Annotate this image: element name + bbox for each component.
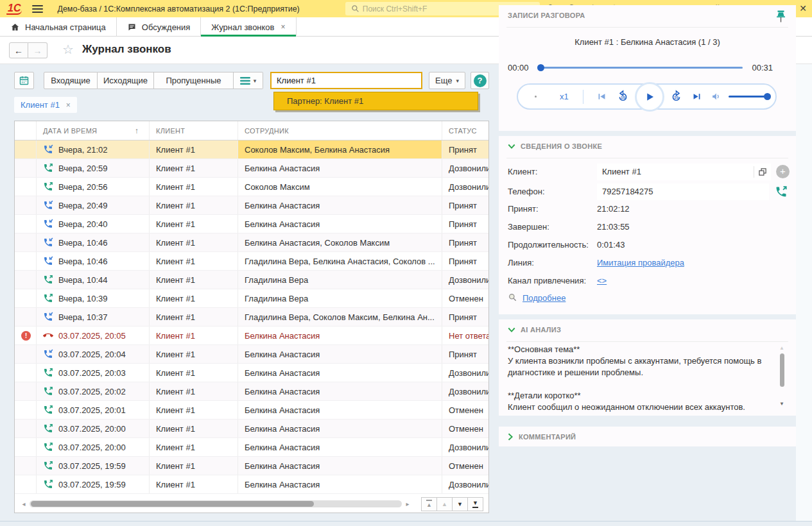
table-row[interactable]: ! 03.07.2025, 20:05 Клиент #1 Белкина Ан… xyxy=(15,327,488,345)
scroll-up-icon[interactable]: ▲ xyxy=(779,345,784,351)
outgoing-call-icon xyxy=(43,405,53,415)
channel-link[interactable]: <> xyxy=(597,276,607,285)
tab-discussions[interactable]: Обсуждения xyxy=(117,17,202,37)
incoming-call-icon xyxy=(43,144,53,155)
search-suggestion-item[interactable]: Партнер: Клиент #1 xyxy=(273,92,478,110)
call-client: Клиент #1 xyxy=(149,196,238,214)
call-status: Принят xyxy=(442,233,488,251)
column-header-client[interactable]: КЛИЕНТ xyxy=(149,121,238,140)
add-client-button[interactable]: + xyxy=(776,165,790,178)
table-row[interactable]: ! Вчера, 10:46 Клиент #1 Белкина Анастас… xyxy=(15,233,488,252)
call-status: Дозвонились xyxy=(442,178,488,196)
active-filter-chip[interactable]: Клиент #1 × xyxy=(14,97,77,113)
comment-section[interactable]: КОММЕНТАРИЙ xyxy=(499,427,796,446)
row-up-button[interactable]: ▲ xyxy=(436,497,453,511)
table-row[interactable]: ! Вчера, 10:39 Клиент #1 Гладилина Вера … xyxy=(15,289,488,308)
go-to-top-button[interactable]: ▲ xyxy=(421,497,437,511)
table-row[interactable]: ! Вчера, 20:40 Клиент #1 Белкина Анастас… xyxy=(15,215,488,233)
call-status: Отменен xyxy=(442,401,488,419)
table-row[interactable]: ! Вчера, 21:02 Клиент #1 Соколов Максим,… xyxy=(15,140,488,159)
column-header-employee[interactable]: СОТРУДНИК xyxy=(238,121,442,140)
progress-thumb[interactable] xyxy=(537,64,544,71)
tab-call-journal[interactable]: Журнал звонков × xyxy=(201,17,296,37)
skip-to-end-icon[interactable] xyxy=(691,91,702,102)
column-header-datetime[interactable]: ДАТА И ВРЕМЯ ↑ xyxy=(36,121,149,140)
ai-text-scrollbar[interactable]: ▲ ▼ xyxy=(778,345,786,407)
pin-icon[interactable] xyxy=(776,10,786,24)
filter-missed-button[interactable]: Пропущенные xyxy=(154,72,234,89)
scroll-right-icon[interactable]: ▸ xyxy=(404,500,411,507)
tab-close-icon[interactable]: × xyxy=(281,22,286,31)
table-row[interactable]: ! 03.07.2025, 19:59 Клиент #1 Белкина Ан… xyxy=(15,475,488,494)
tab-home[interactable]: Начальная страница xyxy=(0,17,117,37)
field-label-channel: Канал привлечения: xyxy=(508,276,597,285)
player-controls: x1 10 10 xyxy=(517,83,777,110)
ai-scrollbar-thumb[interactable] xyxy=(780,353,784,387)
phone-field[interactable]: 79257184275 xyxy=(597,183,769,200)
help-icon: ? xyxy=(474,74,487,87)
call-employee: Гладилина Вера xyxy=(238,271,442,289)
search-input[interactable] xyxy=(275,75,417,86)
call-employee: Белкина Анастасия xyxy=(238,382,442,400)
scroll-left-icon[interactable]: ◂ xyxy=(20,500,28,507)
go-to-bottom-button[interactable]: ▼ xyxy=(467,497,483,511)
ai-analysis-text[interactable]: **Основная тема** У клиента возникли про… xyxy=(508,344,768,413)
table-row[interactable]: ! Вчера, 20:56 Клиент #1 Соколов Максим … xyxy=(15,178,488,196)
help-button[interactable]: ? xyxy=(471,72,489,89)
volume-icon[interactable] xyxy=(711,91,722,102)
field-value-accepted: 21:02:12 xyxy=(597,204,630,214)
scrollbar-thumb[interactable] xyxy=(31,501,314,507)
row-down-button[interactable]: ▼ xyxy=(452,497,468,511)
skip-to-start-icon[interactable] xyxy=(596,91,607,102)
column-header-status[interactable]: СТАТУС xyxy=(442,121,488,140)
more-button[interactable]: Еще ▾ xyxy=(429,72,465,89)
rewind-10-icon[interactable]: 10 xyxy=(616,90,630,103)
filter-list-menu-button[interactable]: ▾ xyxy=(234,72,263,89)
table-row[interactable]: ! 03.07.2025, 20:00 Клиент #1 Белкина Ан… xyxy=(15,420,488,438)
scrollbar-track[interactable] xyxy=(30,500,402,507)
volume-thumb[interactable] xyxy=(764,93,771,100)
time-current: 00:00 xyxy=(508,63,529,72)
table-row[interactable]: ! Вчера, 10:37 Клиент #1 Гладилина Вера,… xyxy=(15,308,488,327)
call-datetime: Вчера, 20:59 xyxy=(58,164,107,173)
call-details-header[interactable]: СВЕДЕНИЯ О ЗВОНКЕ xyxy=(508,142,602,150)
add-to-favorites-star-icon[interactable]: ☆ xyxy=(62,42,74,57)
window-close-button[interactable]: ✕ xyxy=(799,1,807,15)
field-label-finished: Завершен: xyxy=(508,222,597,232)
volume-slider[interactable] xyxy=(729,96,770,98)
open-client-icon[interactable] xyxy=(754,164,771,180)
table-row[interactable]: ! Вчера, 10:44 Клиент #1 Гладилина Вера … xyxy=(15,271,488,289)
table-row[interactable]: ! 03.07.2025, 20:01 Клиент #1 Белкина Ан… xyxy=(15,401,488,420)
back-button[interactable]: ← xyxy=(9,42,28,58)
table-row[interactable]: ! 03.07.2025, 20:00 Клиент #1 Белкина Ан… xyxy=(15,438,488,457)
filter-outgoing-button[interactable]: Исходящие xyxy=(98,72,154,89)
playback-speed[interactable]: x1 xyxy=(560,92,569,101)
forward-10-icon[interactable]: 10 xyxy=(669,90,683,103)
client-field[interactable]: Клиент #1 xyxy=(597,164,771,180)
table-row[interactable]: ! 03.07.2025, 20:04 Клиент #1 Белкина Ан… xyxy=(15,345,488,364)
ai-analysis-header[interactable]: AI АНАЛИЗ xyxy=(508,326,561,334)
filter-incoming-button[interactable]: Входящие xyxy=(44,72,98,89)
call-client: Клиент #1 xyxy=(149,364,238,382)
table-row[interactable]: ! Вчера, 10:46 Клиент #1 Гладилина Вера,… xyxy=(15,252,488,271)
call-status: Дозвонились xyxy=(442,475,488,493)
forward-button[interactable]: → xyxy=(28,42,48,58)
scroll-down-icon[interactable]: ▼ xyxy=(779,401,784,407)
table-row[interactable]: ! Вчера, 20:59 Клиент #1 Белкина Анастас… xyxy=(15,159,488,178)
line-link[interactable]: Имитация провайдера xyxy=(597,258,684,267)
outgoing-call-icon xyxy=(43,293,53,303)
table-row[interactable]: ! 03.07.2025, 19:59 Клиент #1 Белкина Ан… xyxy=(15,457,488,475)
chip-remove-icon[interactable]: × xyxy=(66,101,71,110)
play-button[interactable] xyxy=(635,82,664,112)
call-phone-icon[interactable] xyxy=(773,183,790,200)
calendar-filter-button[interactable] xyxy=(14,72,34,89)
horizontal-scrollbar[interactable]: ◂ ▸ ▲ ▲ ▼ ▼ xyxy=(15,495,488,513)
table-row[interactable]: ! 03.07.2025, 20:02 Клиент #1 Белкина Ан… xyxy=(15,382,488,401)
table-row[interactable]: ! 03.07.2025, 20:03 Клиент #1 Белкина Ан… xyxy=(15,364,488,382)
player-menu-dot xyxy=(535,96,537,98)
main-menu-icon[interactable] xyxy=(32,5,43,13)
progress-bar[interactable] xyxy=(538,67,743,69)
details-more-link[interactable]: Подробнее xyxy=(523,293,566,303)
table-row[interactable]: ! Вчера, 20:49 Клиент #1 Белкина Анастас… xyxy=(15,196,488,215)
search-field[interactable] xyxy=(270,72,422,89)
